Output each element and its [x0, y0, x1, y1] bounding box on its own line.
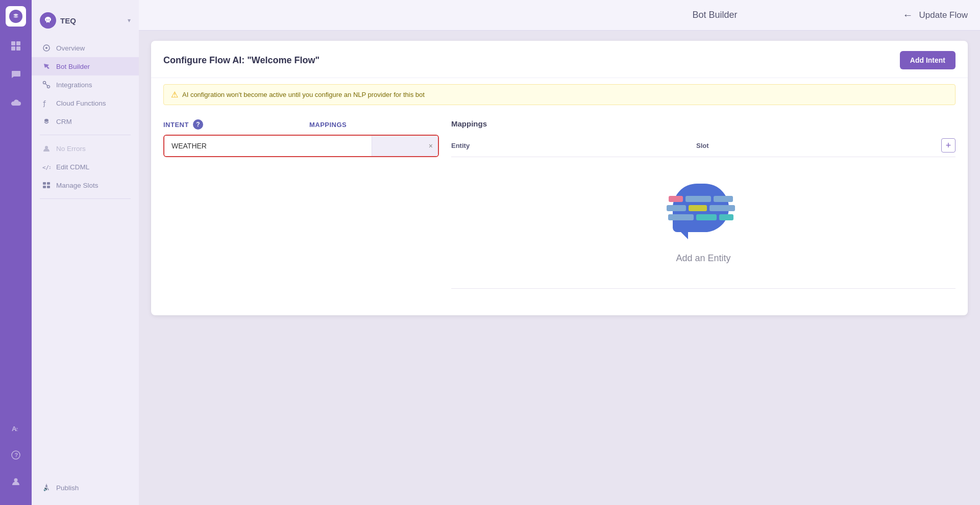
bubble-row-2 [667, 205, 735, 211]
dashboard-icon[interactable] [7, 37, 25, 55]
crm-icon [42, 117, 51, 126]
svg-text:</>: </> [42, 164, 51, 171]
svg-point-13 [45, 47, 47, 49]
add-mapping-button[interactable]: + [941, 138, 955, 153]
bubble-block-yellow [689, 205, 707, 211]
sidebar-item-integrations[interactable]: Integrations [32, 75, 139, 94]
help-icon-button[interactable]: ? [193, 119, 203, 130]
user-icon[interactable] [7, 472, 25, 491]
add-intent-button[interactable]: Add Intent [900, 51, 955, 69]
intent-mapping-area: × [372, 136, 438, 156]
mappings-table-header: Entity Slot + [451, 134, 955, 157]
mappings-header: Mappings [451, 119, 955, 128]
entity-illustration [673, 184, 734, 245]
svg-rect-24 [47, 186, 50, 188]
translate-icon[interactable]: A z [7, 419, 25, 438]
app-logo [6, 6, 26, 27]
svg-point-10 [46, 19, 47, 20]
warning-banner: ⚠ AI configration won't become active un… [163, 84, 955, 105]
top-bar-right: ← Update Flow [903, 9, 968, 21]
bubble-block-blue-1 [685, 196, 711, 202]
left-column: Intent ? Mappings × [163, 119, 439, 303]
mappings-col-label: Mappings [309, 121, 347, 129]
svg-text:z: z [15, 426, 18, 432]
publish-icon: 🔊 [42, 483, 51, 492]
sidebar-item-label: CRM [56, 118, 72, 125]
card-title: Configure Flow AI: "Welcome Flow" [163, 55, 320, 66]
sidebar-item-crm[interactable]: CRM [32, 112, 139, 131]
right-divider [451, 288, 955, 289]
entity-col-header: Entity [451, 142, 696, 149]
sidebar-item-label: Publish [56, 484, 79, 492]
slot-col-header: Slot [696, 142, 941, 149]
sidebar-item-manage-slots[interactable]: Manage Slots [32, 176, 139, 194]
svg-line-16 [45, 84, 47, 86]
bubble-block-blue-2 [714, 196, 733, 202]
svg-text:?: ? [15, 452, 18, 458]
integrations-icon [42, 80, 51, 89]
bubble-block-teal-2 [719, 214, 733, 220]
sidebar-item-label: Edit CDML [56, 163, 89, 171]
sidebar-item-edit-cdml[interactable]: </> Edit CDML [32, 158, 139, 176]
manage-slots-icon [42, 181, 51, 190]
cloud-functions-icon: ƒ [42, 98, 51, 108]
icon-bar: A z ? [0, 0, 32, 505]
intent-input[interactable] [164, 136, 372, 156]
bot-builder-icon [42, 62, 51, 71]
sidebar: TEQ ▾ Overview Bot Builder Integrations … [32, 0, 139, 505]
sidebar-item-bot-builder[interactable]: Bot Builder [32, 57, 139, 75]
intent-col-header: Intent ? Mappings [163, 119, 439, 130]
svg-point-11 [48, 19, 50, 20]
messages-icon[interactable] [7, 65, 25, 84]
sidebar-item-label: Cloud Functions [56, 99, 106, 107]
bubble-block-blue-5 [668, 214, 694, 220]
svg-point-14 [43, 82, 46, 84]
svg-text:🔊: 🔊 [43, 486, 48, 491]
svg-rect-3 [11, 46, 15, 50]
content-wrapper: Configure Flow AI: "Welcome Flow" Add In… [139, 31, 980, 505]
svg-rect-21 [43, 182, 46, 185]
main-area: Bot Builder ← Update Flow Configure Flow… [139, 0, 980, 505]
intent-close-button[interactable]: × [429, 142, 433, 150]
overview-icon [42, 43, 51, 53]
svg-rect-2 [16, 41, 20, 45]
brand-icon [40, 12, 56, 29]
svg-rect-1 [11, 41, 15, 45]
sidebar-divider [40, 135, 131, 135]
sidebar-item-cloud-functions[interactable]: ƒ Cloud Functions [32, 94, 139, 112]
cloud-icon[interactable] [7, 94, 25, 112]
help-icon[interactable]: ? [7, 446, 25, 464]
warning-text: AI configration won't become active unti… [182, 91, 425, 98]
svg-text:ƒ: ƒ [42, 99, 46, 107]
add-entity-area: Add an Entity [451, 163, 955, 284]
bubble-row-3 [668, 214, 733, 220]
sidebar-item-label: Integrations [56, 81, 92, 89]
card-header: Configure Flow AI: "Welcome Flow" Add In… [151, 41, 968, 78]
svg-point-15 [47, 86, 50, 88]
sidebar-item-publish[interactable]: 🔊 Publish [32, 478, 139, 497]
brand-name: TEQ [60, 16, 76, 25]
svg-rect-23 [43, 186, 46, 188]
warning-icon: ⚠ [171, 90, 178, 99]
svg-point-9 [14, 478, 18, 482]
back-arrow[interactable]: ← [903, 9, 913, 21]
bubble-block-pink [669, 196, 683, 202]
brand-chevron[interactable]: ▾ [128, 17, 131, 24]
sidebar-item-label: Bot Builder [56, 63, 90, 70]
configure-flow-card: Configure Flow AI: "Welcome Flow" Add In… [151, 41, 968, 315]
bubble-block-blue-4 [709, 205, 735, 211]
no-errors-icon [42, 144, 51, 153]
svg-rect-4 [16, 46, 20, 50]
sidebar-divider-2 [40, 198, 131, 199]
main-columns: Intent ? Mappings × Mappings [151, 111, 968, 315]
sidebar-item-label: No Errors [56, 145, 86, 153]
sidebar-item-label: Manage Slots [56, 182, 99, 189]
sidebar-item-no-errors: No Errors [32, 139, 139, 158]
edit-cdml-icon: </> [42, 162, 51, 171]
sidebar-brand: TEQ ▾ [32, 8, 139, 39]
sidebar-item-overview[interactable]: Overview [32, 39, 139, 57]
bubble-row-1 [669, 196, 733, 202]
right-column: Mappings Entity Slot + [451, 119, 955, 303]
bubble-block-teal-1 [696, 214, 717, 220]
svg-point-18 [44, 119, 48, 122]
